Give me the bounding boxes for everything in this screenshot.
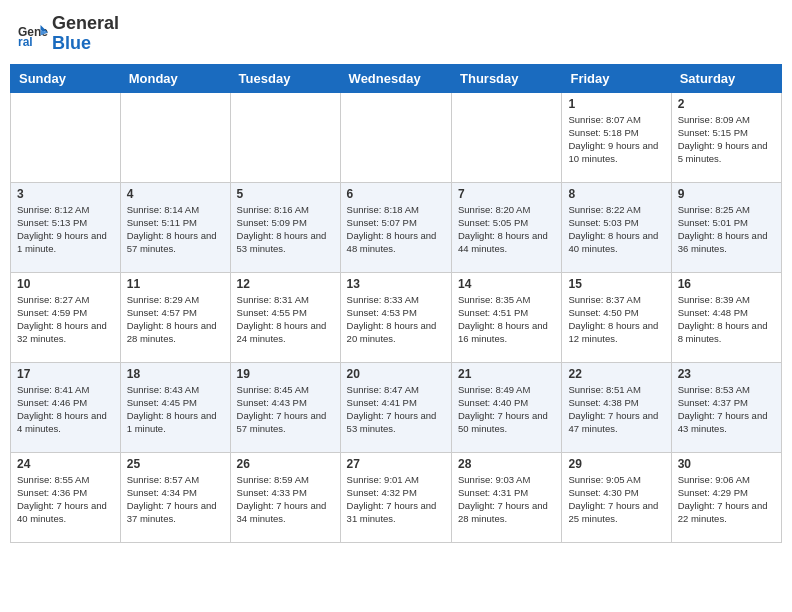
day-info: Sunrise: 8:51 AM Sunset: 4:38 PM Dayligh… (568, 383, 664, 436)
calendar-day-cell: 6Sunrise: 8:18 AM Sunset: 5:07 PM Daylig… (340, 182, 451, 272)
calendar-day-cell: 1Sunrise: 8:07 AM Sunset: 5:18 PM Daylig… (562, 92, 671, 182)
day-number: 16 (678, 277, 775, 291)
page-header: Gene ral General Blue (10, 10, 782, 58)
weekday-header: Wednesday (340, 64, 451, 92)
calendar-day-cell: 5Sunrise: 8:16 AM Sunset: 5:09 PM Daylig… (230, 182, 340, 272)
calendar-day-cell: 19Sunrise: 8:45 AM Sunset: 4:43 PM Dayli… (230, 362, 340, 452)
calendar-day-cell: 15Sunrise: 8:37 AM Sunset: 4:50 PM Dayli… (562, 272, 671, 362)
calendar-day-cell: 23Sunrise: 8:53 AM Sunset: 4:37 PM Dayli… (671, 362, 781, 452)
logo-text: General Blue (52, 14, 119, 54)
day-info: Sunrise: 9:06 AM Sunset: 4:29 PM Dayligh… (678, 473, 775, 526)
day-number: 19 (237, 367, 334, 381)
calendar-day-cell: 14Sunrise: 8:35 AM Sunset: 4:51 PM Dayli… (452, 272, 562, 362)
day-number: 13 (347, 277, 445, 291)
day-info: Sunrise: 8:43 AM Sunset: 4:45 PM Dayligh… (127, 383, 224, 436)
day-number: 17 (17, 367, 114, 381)
day-info: Sunrise: 8:55 AM Sunset: 4:36 PM Dayligh… (17, 473, 114, 526)
day-number: 11 (127, 277, 224, 291)
day-info: Sunrise: 8:33 AM Sunset: 4:53 PM Dayligh… (347, 293, 445, 346)
day-number: 15 (568, 277, 664, 291)
weekday-header: Tuesday (230, 64, 340, 92)
calendar-day-cell: 12Sunrise: 8:31 AM Sunset: 4:55 PM Dayli… (230, 272, 340, 362)
day-number: 18 (127, 367, 224, 381)
day-info: Sunrise: 8:45 AM Sunset: 4:43 PM Dayligh… (237, 383, 334, 436)
day-info: Sunrise: 8:16 AM Sunset: 5:09 PM Dayligh… (237, 203, 334, 256)
day-number: 27 (347, 457, 445, 471)
day-number: 2 (678, 97, 775, 111)
day-number: 1 (568, 97, 664, 111)
day-info: Sunrise: 8:29 AM Sunset: 4:57 PM Dayligh… (127, 293, 224, 346)
day-info: Sunrise: 8:49 AM Sunset: 4:40 PM Dayligh… (458, 383, 555, 436)
day-number: 20 (347, 367, 445, 381)
day-number: 29 (568, 457, 664, 471)
day-info: Sunrise: 8:41 AM Sunset: 4:46 PM Dayligh… (17, 383, 114, 436)
calendar-day-cell (120, 92, 230, 182)
day-info: Sunrise: 8:35 AM Sunset: 4:51 PM Dayligh… (458, 293, 555, 346)
day-number: 30 (678, 457, 775, 471)
calendar-day-cell (452, 92, 562, 182)
calendar-day-cell: 28Sunrise: 9:03 AM Sunset: 4:31 PM Dayli… (452, 452, 562, 542)
weekday-header: Monday (120, 64, 230, 92)
calendar-day-cell (11, 92, 121, 182)
logo-icon: Gene ral (18, 19, 48, 49)
calendar-day-cell: 17Sunrise: 8:41 AM Sunset: 4:46 PM Dayli… (11, 362, 121, 452)
day-number: 7 (458, 187, 555, 201)
calendar-day-cell (340, 92, 451, 182)
calendar-day-cell: 10Sunrise: 8:27 AM Sunset: 4:59 PM Dayli… (11, 272, 121, 362)
day-number: 21 (458, 367, 555, 381)
day-info: Sunrise: 9:05 AM Sunset: 4:30 PM Dayligh… (568, 473, 664, 526)
weekday-header: Saturday (671, 64, 781, 92)
calendar-day-cell: 26Sunrise: 8:59 AM Sunset: 4:33 PM Dayli… (230, 452, 340, 542)
day-info: Sunrise: 8:18 AM Sunset: 5:07 PM Dayligh… (347, 203, 445, 256)
day-number: 14 (458, 277, 555, 291)
calendar-day-cell: 29Sunrise: 9:05 AM Sunset: 4:30 PM Dayli… (562, 452, 671, 542)
weekday-header: Sunday (11, 64, 121, 92)
day-number: 12 (237, 277, 334, 291)
day-number: 24 (17, 457, 114, 471)
day-info: Sunrise: 8:14 AM Sunset: 5:11 PM Dayligh… (127, 203, 224, 256)
calendar-day-cell: 11Sunrise: 8:29 AM Sunset: 4:57 PM Dayli… (120, 272, 230, 362)
calendar-day-cell: 13Sunrise: 8:33 AM Sunset: 4:53 PM Dayli… (340, 272, 451, 362)
calendar-day-cell: 16Sunrise: 8:39 AM Sunset: 4:48 PM Dayli… (671, 272, 781, 362)
weekday-header-row: SundayMondayTuesdayWednesdayThursdayFrid… (11, 64, 782, 92)
calendar-day-cell: 8Sunrise: 8:22 AM Sunset: 5:03 PM Daylig… (562, 182, 671, 272)
day-number: 26 (237, 457, 334, 471)
day-number: 10 (17, 277, 114, 291)
day-number: 22 (568, 367, 664, 381)
calendar-day-cell: 4Sunrise: 8:14 AM Sunset: 5:11 PM Daylig… (120, 182, 230, 272)
weekday-header: Friday (562, 64, 671, 92)
calendar-day-cell: 9Sunrise: 8:25 AM Sunset: 5:01 PM Daylig… (671, 182, 781, 272)
calendar-day-cell: 21Sunrise: 8:49 AM Sunset: 4:40 PM Dayli… (452, 362, 562, 452)
day-info: Sunrise: 8:22 AM Sunset: 5:03 PM Dayligh… (568, 203, 664, 256)
logo: Gene ral General Blue (18, 14, 119, 54)
day-number: 8 (568, 187, 664, 201)
day-number: 3 (17, 187, 114, 201)
day-info: Sunrise: 9:01 AM Sunset: 4:32 PM Dayligh… (347, 473, 445, 526)
day-info: Sunrise: 8:47 AM Sunset: 4:41 PM Dayligh… (347, 383, 445, 436)
calendar-week-row: 10Sunrise: 8:27 AM Sunset: 4:59 PM Dayli… (11, 272, 782, 362)
day-info: Sunrise: 8:57 AM Sunset: 4:34 PM Dayligh… (127, 473, 224, 526)
day-info: Sunrise: 8:09 AM Sunset: 5:15 PM Dayligh… (678, 113, 775, 166)
day-info: Sunrise: 8:37 AM Sunset: 4:50 PM Dayligh… (568, 293, 664, 346)
day-number: 23 (678, 367, 775, 381)
calendar-day-cell: 25Sunrise: 8:57 AM Sunset: 4:34 PM Dayli… (120, 452, 230, 542)
calendar-day-cell: 20Sunrise: 8:47 AM Sunset: 4:41 PM Dayli… (340, 362, 451, 452)
day-info: Sunrise: 8:53 AM Sunset: 4:37 PM Dayligh… (678, 383, 775, 436)
day-info: Sunrise: 8:59 AM Sunset: 4:33 PM Dayligh… (237, 473, 334, 526)
day-number: 25 (127, 457, 224, 471)
day-number: 28 (458, 457, 555, 471)
calendar-day-cell: 27Sunrise: 9:01 AM Sunset: 4:32 PM Dayli… (340, 452, 451, 542)
day-info: Sunrise: 8:25 AM Sunset: 5:01 PM Dayligh… (678, 203, 775, 256)
calendar-week-row: 17Sunrise: 8:41 AM Sunset: 4:46 PM Dayli… (11, 362, 782, 452)
day-info: Sunrise: 8:07 AM Sunset: 5:18 PM Dayligh… (568, 113, 664, 166)
day-number: 5 (237, 187, 334, 201)
calendar-day-cell (230, 92, 340, 182)
calendar: SundayMondayTuesdayWednesdayThursdayFrid… (10, 64, 782, 543)
day-info: Sunrise: 8:20 AM Sunset: 5:05 PM Dayligh… (458, 203, 555, 256)
day-info: Sunrise: 8:27 AM Sunset: 4:59 PM Dayligh… (17, 293, 114, 346)
calendar-day-cell: 7Sunrise: 8:20 AM Sunset: 5:05 PM Daylig… (452, 182, 562, 272)
calendar-day-cell: 3Sunrise: 8:12 AM Sunset: 5:13 PM Daylig… (11, 182, 121, 272)
day-info: Sunrise: 8:12 AM Sunset: 5:13 PM Dayligh… (17, 203, 114, 256)
calendar-day-cell: 24Sunrise: 8:55 AM Sunset: 4:36 PM Dayli… (11, 452, 121, 542)
calendar-day-cell: 18Sunrise: 8:43 AM Sunset: 4:45 PM Dayli… (120, 362, 230, 452)
